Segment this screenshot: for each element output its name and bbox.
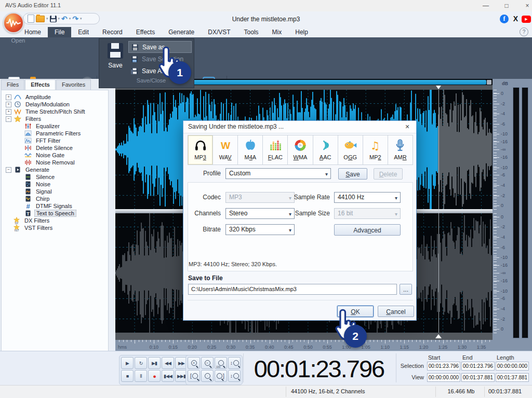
redo-icon[interactable]: ↷ — [72, 15, 78, 22]
zoom-vertical-button[interactable]: ↕ — [228, 357, 241, 369]
tree-item-parametric-filters[interactable]: Parametric Filters — [2, 130, 108, 137]
format-wma-button[interactable]: WMA — [288, 135, 313, 164]
timeline-ruler[interactable]: hms 0:100:150:200:250:300:350:400:450:50… — [115, 340, 493, 351]
selection-table-value[interactable]: 00:01:23.796 — [427, 362, 460, 370]
tab-mix[interactable]: Mix — [265, 27, 289, 37]
youtube-icon[interactable]: ▶ — [522, 16, 531, 23]
facebook-icon[interactable]: f — [500, 15, 509, 23]
expand-icon[interactable]: + — [6, 109, 11, 115]
format-aac-button[interactable]: AAC — [313, 135, 338, 164]
tree-item-equalizer[interactable]: Equalizer — [2, 122, 108, 130]
format-amr-button[interactable]: AMR — [388, 135, 413, 164]
tree-item-delete-silence[interactable]: Delete Silence — [2, 144, 108, 152]
tree-item-dtmf-signals[interactable]: #DTMF Signals — [2, 202, 108, 210]
undo-icon[interactable]: ↶ — [61, 15, 68, 22]
file-path-input[interactable]: C:\Users\Admin\Music\ChristmasMix.mp3 — [188, 284, 397, 295]
expand-icon[interactable]: + — [6, 94, 11, 100]
profile-select[interactable]: Custom — [225, 168, 331, 179]
format-flac-button[interactable]: FLAC — [263, 135, 288, 164]
play-to-marker-button[interactable]: ▶▮ — [148, 357, 161, 369]
close-icon[interactable]: × — [403, 122, 412, 131]
tab-tools[interactable]: Tools — [237, 27, 265, 37]
tab-edit[interactable]: Edit — [71, 27, 96, 37]
format-wav-button[interactable]: WWAV — [213, 135, 238, 164]
tree-item-vst-filters[interactable]: VSTVST Filters — [2, 224, 108, 231]
cursor-marker-top-icon[interactable] — [436, 86, 441, 89]
chevron-down-icon[interactable]: ▾ — [46, 17, 48, 21]
cancel-button[interactable]: Cancel — [378, 306, 414, 317]
advanced-button[interactable]: Advanced — [334, 224, 401, 236]
tab-file[interactable]: File — [48, 27, 71, 37]
overview-scrollbar-end[interactable] — [487, 80, 491, 85]
close-icon[interactable]: × — [520, 1, 532, 10]
zoom-vertical-out-button[interactable]: ↕ — [228, 370, 241, 382]
help-icon[interactable]: ? — [520, 28, 528, 36]
open-folder-icon[interactable] — [36, 16, 45, 22]
tree-item-noise[interactable]: Noise — [2, 181, 108, 188]
tab-effects[interactable]: Effects — [129, 27, 162, 37]
zoom-in-button[interactable]: + — [188, 357, 200, 369]
selection-table-value[interactable]: 00:01:23.796 — [461, 362, 495, 370]
tree-item-filters[interactable]: −Filters — [2, 115, 108, 122]
profile-save-button[interactable]: Save — [338, 168, 367, 180]
expand-icon[interactable]: + — [6, 102, 11, 107]
tab-generate[interactable]: Generate — [162, 27, 201, 37]
go-to-start-button[interactable]: ▮◀◀ — [162, 370, 174, 382]
panel-tab-effects[interactable]: Effects — [25, 79, 56, 90]
sample-rate-select[interactable]: 44100 Hz — [334, 192, 401, 203]
chevron-down-icon[interactable]: ▾ — [69, 17, 71, 21]
panel-tab-favorites[interactable]: Favorites — [56, 79, 91, 90]
rewind-button[interactable]: ◀◀ — [162, 357, 174, 369]
selection-table-value[interactable]: 00:01:37.881 — [496, 373, 529, 382]
tree-item-text-to-speech[interactable]: TText to Speech — [2, 210, 108, 217]
tree-item-generate[interactable]: −Generate — [2, 166, 108, 173]
tab-help[interactable]: Help — [288, 27, 315, 37]
zoom-selection-start-button[interactable]: [ — [188, 370, 200, 382]
collapse-icon[interactable]: − — [6, 116, 11, 122]
tree-item-noise-removal[interactable]: Noise Removal — [2, 159, 108, 166]
browse-button[interactable]: ... — [400, 284, 412, 295]
selection-table-value[interactable]: 00:00:00.000 — [427, 373, 460, 382]
maximize-icon[interactable]: □ — [499, 1, 514, 10]
play-button[interactable]: ▶ — [121, 357, 134, 369]
x-icon[interactable]: X — [511, 15, 520, 23]
tree-item-fft-filter[interactable]: FFT Filter — [2, 137, 108, 144]
playback-cursor[interactable] — [438, 90, 439, 333]
tree-item-silence[interactable]: Silence — [2, 173, 108, 181]
tree-item-noise-gate[interactable]: Noise Gate — [2, 152, 108, 159]
chevron-down-icon[interactable]: ▾ — [80, 17, 82, 21]
tree-item-time-stretch-pitch-shift[interactable]: +Time Stretch/Pitch Shift — [2, 108, 108, 115]
tree-item-signal[interactable]: Signal — [2, 188, 108, 195]
stop-button[interactable]: ■ — [121, 370, 134, 382]
format-m4a-button[interactable]: M4A — [238, 135, 263, 164]
save-button[interactable]: Save — [103, 43, 127, 69]
format-mp2-button[interactable]: ♫MP2 — [363, 135, 388, 164]
tab-dx-vst[interactable]: DX/VST — [201, 27, 237, 37]
zoom-selection-end-button[interactable]: ] — [215, 370, 227, 382]
save-icon[interactable] — [50, 16, 57, 22]
pause-button[interactable]: Ⅱ — [135, 370, 147, 382]
chevron-down-icon[interactable]: ▾ — [58, 17, 60, 21]
panel-tab-files[interactable]: Files — [1, 79, 24, 90]
selection-table-value[interactable]: 00:00:00.000 — [496, 362, 529, 370]
tree-item-delay-modulation[interactable]: +Delay/Modulation — [2, 101, 108, 108]
minimize-icon[interactable]: — — [478, 1, 494, 10]
cursor-marker-bottom-icon[interactable] — [435, 334, 442, 338]
db-tick — [494, 101, 497, 102]
zoom-out-button[interactable]: − — [201, 357, 214, 369]
collapse-icon[interactable]: − — [6, 167, 11, 173]
bitrate-select[interactable]: 320 Kbps — [225, 224, 295, 235]
tree-item-dx-filters[interactable]: DXDX Filters — [2, 217, 108, 224]
new-file-icon[interactable] — [28, 15, 34, 23]
tree-item-chirp[interactable]: Chirp — [2, 195, 108, 202]
zoom-all-button[interactable]: · — [201, 370, 214, 382]
format-ogg-button[interactable]: OGG — [338, 135, 363, 164]
repeat-button[interactable]: ↻ — [135, 357, 147, 369]
record-button[interactable]: ● — [148, 370, 161, 382]
format-mp3-button[interactable]: MP3 — [188, 135, 213, 164]
zoom-100-button[interactable]: 100 — [215, 357, 227, 369]
channels-select[interactable]: Stereo — [225, 208, 295, 219]
tab-record[interactable]: Record — [96, 27, 129, 37]
selection-table-value[interactable]: 00:01:37.881 — [461, 373, 495, 382]
tree-item-amplitude[interactable]: +Amplitude — [2, 93, 108, 101]
